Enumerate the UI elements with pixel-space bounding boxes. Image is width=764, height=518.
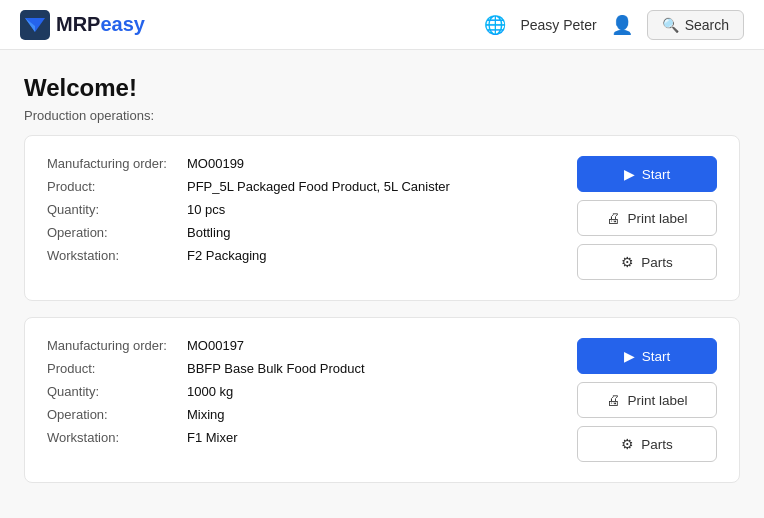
parts-label: Parts <box>641 437 673 452</box>
start-icon: ▶ <box>624 166 635 182</box>
logo-icon <box>20 10 50 40</box>
section-label: Production operations: <box>24 108 740 123</box>
parts-icon: ⚙ <box>621 436 634 452</box>
field-label: Product: <box>47 361 187 376</box>
card-row: Quantity:1000 kg <box>47 384 547 399</box>
print-label-button[interactable]: 🖨Print label <box>577 200 717 236</box>
logo: MRPeasy <box>20 10 145 40</box>
logo-text: MRPeasy <box>56 13 145 36</box>
card-fields: Manufacturing order:MO00199Product:PFP_5… <box>47 156 547 263</box>
card-row: Manufacturing order:MO00199 <box>47 156 547 171</box>
parts-button[interactable]: ⚙Parts <box>577 426 717 462</box>
field-value: 10 pcs <box>187 202 225 217</box>
field-label: Quantity: <box>47 202 187 217</box>
production-card-2: Manufacturing order:MO00197Product:BBFP … <box>24 317 740 483</box>
header-right: 🌐 Peasy Peter 👤 🔍 Search <box>484 10 744 40</box>
field-label: Workstation: <box>47 430 187 445</box>
parts-button[interactable]: ⚙Parts <box>577 244 717 280</box>
field-label: Workstation: <box>47 248 187 263</box>
print-label-label: Print label <box>627 211 687 226</box>
card-row: Operation:Bottling <box>47 225 547 240</box>
production-card-1: Manufacturing order:MO00199Product:PFP_5… <box>24 135 740 301</box>
card-actions: ▶Start🖨Print label⚙Parts <box>577 338 717 462</box>
print-label-label: Print label <box>627 393 687 408</box>
page-title: Welcome! <box>24 74 740 102</box>
field-value: Bottling <box>187 225 230 240</box>
field-value: F2 Packaging <box>187 248 267 263</box>
field-value: BBFP Base Bulk Food Product <box>187 361 365 376</box>
card-row: Operation:Mixing <box>47 407 547 422</box>
field-label: Operation: <box>47 225 187 240</box>
start-label: Start <box>642 349 671 364</box>
print-label-icon: 🖨 <box>606 210 620 226</box>
card-row: Manufacturing order:MO00197 <box>47 338 547 353</box>
search-icon: 🔍 <box>662 17 679 33</box>
card-row: Workstation:F1 Mixer <box>47 430 547 445</box>
print-label-button[interactable]: 🖨Print label <box>577 382 717 418</box>
cards-container: Manufacturing order:MO00199Product:PFP_5… <box>24 135 740 483</box>
field-label: Manufacturing order: <box>47 156 187 171</box>
field-value: F1 Mixer <box>187 430 238 445</box>
card-fields: Manufacturing order:MO00197Product:BBFP … <box>47 338 547 445</box>
field-value: PFP_5L Packaged Food Product, 5L Caniste… <box>187 179 450 194</box>
field-value: MO00197 <box>187 338 244 353</box>
parts-label: Parts <box>641 255 673 270</box>
start-button[interactable]: ▶Start <box>577 156 717 192</box>
globe-icon[interactable]: 🌐 <box>484 14 506 36</box>
start-icon: ▶ <box>624 348 635 364</box>
card-row: Workstation:F2 Packaging <box>47 248 547 263</box>
logo-easy: easy <box>100 13 145 35</box>
field-value: MO00199 <box>187 156 244 171</box>
card-actions: ▶Start🖨Print label⚙Parts <box>577 156 717 280</box>
start-label: Start <box>642 167 671 182</box>
field-label: Operation: <box>47 407 187 422</box>
header: MRPeasy 🌐 Peasy Peter 👤 🔍 Search <box>0 0 764 50</box>
field-value: 1000 kg <box>187 384 233 399</box>
search-label: Search <box>685 17 729 33</box>
user-icon: 👤 <box>611 14 633 36</box>
user-name: Peasy Peter <box>520 17 596 33</box>
logo-mrp: MRP <box>56 13 100 35</box>
search-button[interactable]: 🔍 Search <box>647 10 744 40</box>
card-row: Quantity:10 pcs <box>47 202 547 217</box>
card-row: Product:PFP_5L Packaged Food Product, 5L… <box>47 179 547 194</box>
field-label: Manufacturing order: <box>47 338 187 353</box>
field-label: Quantity: <box>47 384 187 399</box>
print-label-icon: 🖨 <box>606 392 620 408</box>
main-content: Welcome! Production operations: Manufact… <box>0 50 764 518</box>
field-value: Mixing <box>187 407 225 422</box>
field-label: Product: <box>47 179 187 194</box>
parts-icon: ⚙ <box>621 254 634 270</box>
start-button[interactable]: ▶Start <box>577 338 717 374</box>
card-row: Product:BBFP Base Bulk Food Product <box>47 361 547 376</box>
